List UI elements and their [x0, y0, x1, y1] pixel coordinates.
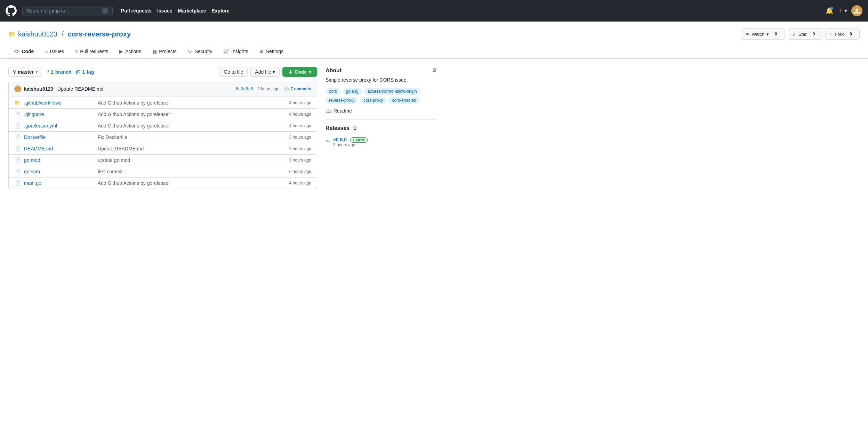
about-title: About: [326, 67, 341, 74]
tab-code[interactable]: <> Code: [8, 45, 39, 58]
settings-gear-icon[interactable]: ⚙: [432, 67, 437, 74]
topic-tag-cors[interactable]: cors: [326, 88, 340, 95]
search-placeholder: Search or jump to...: [27, 8, 99, 14]
notifications-bell[interactable]: 🔔: [826, 7, 833, 15]
about-description: Simple reverse proxy for CORS issue.: [326, 76, 437, 84]
download-icon: ⬇: [288, 69, 292, 75]
folder-icon: 📁: [14, 100, 20, 106]
repo-owner-link[interactable]: kaishuu0123: [18, 30, 57, 38]
tag-count-link[interactable]: 🏷 1 tag: [75, 69, 94, 75]
file-icon: 📄: [14, 112, 20, 117]
commit-count: 🕐 7 commits: [284, 86, 311, 91]
file-message: Add Github Actions by goreleaser: [98, 100, 272, 106]
repo-title: 📁 kaishuu0123 / cors-reverse-proxy: [8, 30, 131, 38]
file-link[interactable]: Dockerfile: [24, 134, 46, 140]
nav-explore[interactable]: Explore: [211, 8, 229, 14]
topic-tag-golang[interactable]: golang: [343, 88, 362, 95]
file-row: 📄 Dockerfile Fix Dockerfile 3 hours ago: [9, 131, 317, 143]
svg-point-0: [855, 9, 858, 11]
branch-selector[interactable]: ⑂ master ▾: [8, 67, 42, 77]
tag-count: 1: [82, 69, 85, 75]
topic-tags: cors golang access-control-allow-origin …: [326, 88, 437, 104]
file-name: .github/workflows: [24, 100, 94, 106]
header-right: 🔔 ＋ ▾: [826, 5, 862, 16]
repo-name-link[interactable]: cors-reverse-proxy: [68, 30, 131, 38]
add-file-button[interactable]: Add file ▾: [250, 67, 280, 77]
security-icon: 🛡: [188, 49, 193, 54]
file-time: 3 hours ago: [276, 158, 311, 163]
file-link[interactable]: main.go: [24, 180, 41, 186]
tab-issues[interactable]: ○ Issues: [39, 45, 70, 58]
watch-button[interactable]: 👁 Watch ▾ 0: [741, 28, 785, 40]
commit-author: kaishuu0123 Update README.md: [14, 85, 103, 92]
notification-dot: [830, 7, 833, 10]
releases-header: Releases 1: [326, 125, 437, 131]
commit-right: 6c2e9a9 2 hours ago 🕐 7 commits: [236, 86, 311, 91]
settings-icon: ⚙: [259, 49, 264, 54]
star-count: 0: [810, 31, 818, 38]
commit-hash-link[interactable]: 6c2e9a9: [236, 86, 254, 91]
tab-pull-requests[interactable]: ⑂ Pull requests: [70, 45, 114, 58]
code-download-button[interactable]: ⬇ Code ▾: [282, 67, 317, 77]
watch-chevron: ▾: [766, 32, 769, 37]
watch-count: 0: [772, 31, 780, 38]
fork-button[interactable]: ⑂ Fork 0: [825, 28, 860, 40]
user-avatar[interactable]: [851, 5, 862, 16]
release-version-row: v0.5.0 Latest: [333, 137, 368, 142]
go-to-file-button[interactable]: Go to file: [219, 67, 248, 77]
tab-actions[interactable]: ▶ Actions: [114, 45, 147, 58]
nav-marketplace[interactable]: Marketplace: [178, 8, 206, 14]
file-time: 4 hours ago: [276, 112, 311, 117]
nav-issues[interactable]: Issues: [157, 8, 172, 14]
tab-insights[interactable]: 📈 Insights: [218, 45, 254, 58]
github-logo[interactable]: [6, 5, 17, 16]
commit-avatar: [14, 85, 21, 92]
release-version-link[interactable]: v0.5.0: [333, 137, 347, 142]
file-link[interactable]: README.md: [24, 146, 53, 151]
release-info: v0.5.0 Latest 3 hours ago: [333, 137, 368, 147]
create-new-button[interactable]: ＋ ▾: [837, 7, 847, 15]
branch-meta-icon: ⑂: [46, 69, 49, 75]
file-time: 4 hours ago: [276, 100, 311, 105]
tab-projects[interactable]: ▦ Projects: [147, 45, 182, 58]
nav-pull-requests[interactable]: Pull requests: [121, 8, 152, 14]
file-icon: 📄: [14, 169, 20, 174]
repo-sidebar: About ⚙ Simple reverse proxy for CORS is…: [326, 67, 437, 189]
file-toolbar: ⑂ master ▾ ⑂ 1 branch 🏷 1 tag Go to file: [8, 67, 317, 77]
tab-settings[interactable]: ⚙ Settings: [254, 45, 289, 58]
eye-icon: 👁: [745, 32, 750, 37]
file-icon: 📄: [14, 134, 20, 140]
tab-security[interactable]: 🛡 Security: [182, 45, 218, 58]
file-name: .gitignore: [24, 112, 94, 117]
pr-icon: ⑂: [75, 49, 78, 54]
file-table: 📁 .github/workflows Add Github Actions b…: [8, 97, 317, 189]
file-link[interactable]: go.sum: [24, 169, 40, 174]
file-name: Dockerfile: [24, 134, 94, 140]
file-link[interactable]: .goreleaser.yml: [24, 123, 57, 129]
file-link[interactable]: .github/workflows: [24, 100, 61, 106]
global-search[interactable]: Search or jump to... /: [22, 6, 113, 16]
file-row: 📄 main.go Add Github Actions by goreleas…: [9, 177, 317, 189]
branch-count: 1: [51, 69, 54, 75]
file-link[interactable]: .gitignore: [24, 112, 44, 117]
actions-icon: ▶: [119, 49, 123, 54]
file-link[interactable]: go.mod: [24, 157, 40, 163]
tag-icon: 🏷: [75, 69, 80, 75]
file-row: 📄 README.md Update README.md 2 hours ago: [9, 143, 317, 154]
file-message: Add Github Actions by goreleaser: [98, 123, 272, 129]
topic-tag-cors-enabled[interactable]: cors-enabled: [388, 97, 419, 104]
topic-tag-cors-proxy[interactable]: cors-proxy: [360, 97, 386, 104]
topic-tag-reverse-proxy[interactable]: reverse-proxy: [326, 97, 358, 104]
file-time: 3 hours ago: [276, 135, 311, 140]
file-name: go.mod: [24, 157, 94, 163]
fork-count: 0: [846, 31, 855, 38]
topic-tag-access-control[interactable]: access-control-allow-origin: [364, 88, 420, 95]
file-name: README.md: [24, 146, 94, 151]
about-section: About ⚙ Simple reverse proxy for CORS is…: [326, 67, 437, 119]
readme-link[interactable]: 📖 Readme: [326, 108, 437, 114]
file-icon: 📄: [14, 157, 20, 163]
branch-count-link[interactable]: ⑂ 1 branch: [46, 69, 71, 75]
file-message: update go.mod: [98, 157, 272, 163]
star-button[interactable]: ☆ Star 0: [788, 28, 823, 40]
commit-count-link[interactable]: 7 commits: [291, 86, 311, 91]
